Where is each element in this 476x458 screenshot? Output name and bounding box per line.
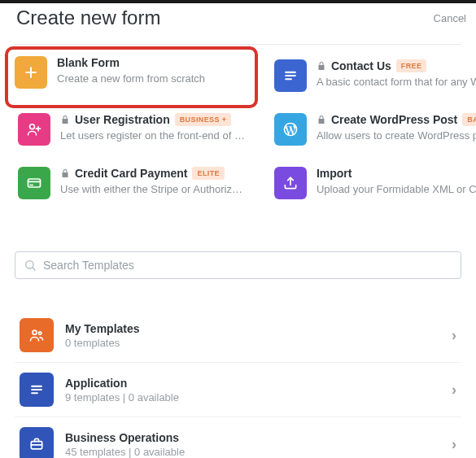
tile-desc: Allow users to create WordPress post… — [317, 129, 476, 142]
tile-wordpress-post[interactable]: Create WordPress Post BASIC + Allow user… — [271, 110, 476, 149]
user-plus-icon — [18, 113, 50, 146]
category-title: Business Operations — [65, 431, 440, 444]
svg-point-5 — [30, 124, 35, 129]
lock-icon — [60, 168, 70, 178]
briefcase-icon — [20, 427, 54, 458]
category-meta: 0 templates — [65, 337, 440, 349]
tile-contact-us[interactable]: Contact Us FREE A basic contact form tha… — [271, 56, 476, 95]
plus-icon — [15, 56, 47, 89]
tile-desc: Upload your Formidable XML or CSV … — [317, 183, 476, 195]
chevron-right-icon: › — [452, 382, 456, 399]
tile-desc: Use with either the Stripe or Authoriz… — [60, 183, 245, 195]
people-icon — [20, 318, 54, 352]
plan-badge: BUSINESS + — [175, 113, 232, 126]
chevron-right-icon: › — [452, 327, 456, 344]
category-title: My Templates — [65, 322, 440, 335]
category-title: Application — [65, 377, 440, 390]
cancel-link[interactable]: Cancel — [434, 12, 466, 24]
search-templates[interactable] — [15, 251, 461, 279]
svg-point-13 — [33, 330, 37, 334]
search-input[interactable] — [43, 259, 452, 272]
tile-title-text: Import — [317, 167, 352, 180]
tile-title-text: Credit Card Payment — [75, 167, 187, 180]
tile-title-text: Create WordPress Post — [331, 113, 457, 126]
tile-import[interactable]: Import Upload your Formidable XML or CSV… — [271, 164, 476, 203]
plan-badge: BASIC + — [462, 113, 476, 126]
category-meta: 45 templates | 0 available — [65, 446, 440, 458]
svg-line-12 — [33, 268, 35, 270]
svg-rect-8 — [28, 179, 41, 187]
tile-blank-form[interactable]: Blank Form Create a new form from scratc… — [10, 51, 253, 103]
chevron-right-icon: › — [452, 436, 456, 453]
form-lines-icon — [274, 59, 307, 92]
category-my-templates[interactable]: My Templates 0 templates › — [15, 308, 461, 363]
wordpress-icon — [274, 113, 307, 146]
lock-icon — [60, 115, 70, 124]
tile-title-text: User Registration — [75, 113, 170, 126]
category-list: My Templates 0 templates › Application 9… — [0, 279, 476, 458]
header-bar: Create new form Cancel — [0, 3, 476, 44]
category-meta: 9 templates | 0 available — [65, 391, 440, 403]
tile-user-registration[interactable]: User Registration BUSINESS + Let users r… — [15, 110, 248, 149]
lock-icon — [317, 61, 326, 71]
upload-icon — [274, 167, 307, 199]
form-lines-icon — [20, 373, 54, 407]
lock-icon — [317, 115, 326, 124]
tile-credit-card[interactable]: Credit Card Payment ELITE Use with eithe… — [15, 164, 248, 203]
plan-badge: FREE — [396, 59, 427, 72]
tile-desc: Let users register on the front-end of … — [60, 129, 245, 142]
search-icon — [24, 259, 37, 272]
credit-card-icon — [18, 167, 50, 199]
category-business-operations[interactable]: Business Operations 45 templates | 0 ava… — [15, 417, 461, 458]
tile-title-text: Blank Form — [57, 56, 120, 69]
category-application[interactable]: Application 9 templates | 0 available › — [15, 363, 461, 417]
template-tiles: Blank Form Create a new form from scratc… — [0, 45, 476, 203]
tile-desc: A basic contact form that for any Wor… — [317, 76, 476, 88]
plan-badge: ELITE — [192, 167, 225, 180]
svg-point-14 — [39, 332, 41, 334]
page-title: Create new form — [16, 7, 160, 29]
tile-title-text: Contact Us — [331, 59, 391, 72]
tile-desc: Create a new form from scratch — [57, 72, 248, 85]
